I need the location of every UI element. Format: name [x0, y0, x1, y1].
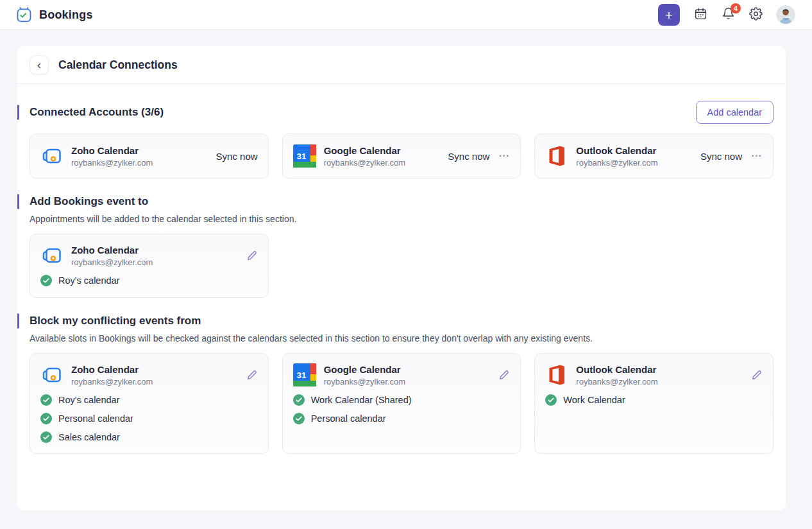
notifications-button[interactable]: 4	[721, 8, 735, 22]
add-calendar-button[interactable]: Add calendar	[696, 101, 774, 124]
brand: Bookings	[15, 6, 93, 24]
back-chevron-icon: ‹	[37, 58, 41, 71]
calendar-email: roybanks@zylker.com	[71, 257, 153, 267]
calendar-name: Outlook Calendar	[576, 364, 657, 375]
connected-account-card: Outlook Calendar roybanks@zylker.com Syn…	[534, 134, 774, 178]
edit-icon[interactable]	[498, 369, 510, 381]
check-icon	[293, 394, 305, 406]
block-events-calendar-card: Zoho Calendar roybanks@zylker.com Roy's …	[30, 353, 269, 454]
section-add-bookings-event: Add Bookings event to Appointments will …	[17, 195, 786, 298]
calendar-email: roybanks@zylker.com	[71, 158, 153, 168]
sync-now-link[interactable]: Sync now	[700, 151, 742, 162]
edit-icon[interactable]	[246, 250, 258, 261]
calendar-button[interactable]	[693, 8, 707, 22]
connected-account-card: Zoho Calendar roybanks@zylker.com Sync n…	[30, 134, 269, 178]
zoho-calendar-icon	[40, 144, 63, 168]
topbar-actions: + 4	[658, 4, 795, 26]
add-event-cards: Zoho Calendar roybanks@zylker.com Roy's …	[30, 234, 774, 298]
check-icon	[40, 394, 52, 406]
calendar-list-item: Roy's calendar	[40, 394, 258, 406]
more-menu-icon[interactable]: •••	[499, 153, 510, 159]
section-title-connected-accounts: Connected Accounts (3/6)	[30, 106, 164, 119]
section-description-block-conflicting-events: Available slots in Bookings will be chec…	[30, 333, 774, 343]
calendar-list-item-label: Work Calendar (Shared)	[311, 395, 412, 405]
check-icon	[40, 413, 52, 424]
section-connected-accounts: Connected Accounts (3/6) Add calendar Zo…	[17, 101, 786, 178]
page-title: Calendar Connections	[58, 58, 178, 72]
block-events-calendar-card: 31 Google Calendar roybanks@zylker.com W…	[282, 353, 521, 454]
calendar-list-item-label: Personal calendar	[311, 413, 386, 424]
app-title: Bookings	[39, 8, 93, 22]
sync-now-link[interactable]: Sync now	[448, 151, 489, 162]
block-events-calendar-card: Outlook Calendar roybanks@zylker.com Wor…	[534, 353, 774, 454]
calendar-name: Google Calendar	[324, 364, 405, 375]
sync-now-link[interactable]: Sync now	[216, 151, 258, 162]
check-icon	[40, 275, 52, 286]
calendar-name: Zoho Calendar	[71, 245, 153, 256]
add-event-calendar-card: Zoho Calendar roybanks@zylker.com Roy's …	[30, 234, 269, 298]
calendar-list-item: Personal calendar	[40, 413, 258, 424]
calendar-list-item-label: Roy's calendar	[58, 275, 119, 286]
calendar-list-item-label: Personal calendar	[58, 413, 133, 424]
zoho-calendar-icon	[40, 363, 63, 386]
calendar-name: Zoho Calendar	[71, 145, 153, 156]
calendar-list-item: Work Calendar (Shared)	[293, 394, 511, 406]
calendar-list-item: Work Calendar	[545, 394, 763, 406]
check-icon	[40, 431, 52, 443]
calendar-email: roybanks@zylker.com	[576, 158, 657, 168]
svg-text:31: 31	[296, 152, 307, 161]
calendar-email: roybanks@zylker.com	[324, 158, 405, 168]
section-title-add-bookings-event: Add Bookings event to	[30, 195, 774, 208]
plus-icon: +	[665, 8, 673, 22]
calendar-name: Zoho Calendar	[71, 364, 153, 375]
create-button[interactable]: +	[658, 4, 680, 26]
check-icon	[545, 394, 557, 406]
notification-badge: 4	[731, 3, 741, 13]
section-block-conflicting-events: Block my conflicting events from Availab…	[17, 315, 786, 454]
svg-text:31: 31	[296, 370, 307, 380]
calendar-list-item-label: Roy's calendar	[58, 395, 119, 405]
calendar-name: Google Calendar	[324, 145, 405, 156]
calendar-connections-panel: ‹ Calendar Connections Connected Account…	[17, 46, 786, 510]
user-avatar[interactable]	[776, 5, 795, 24]
zoho-calendar-icon	[40, 244, 63, 267]
calendar-list-item: Personal calendar	[293, 413, 511, 424]
calendar-email: roybanks@zylker.com	[71, 377, 153, 386]
calendar-email: roybanks@zylker.com	[324, 377, 405, 386]
edit-icon[interactable]	[751, 369, 763, 381]
google-calendar-icon: 31	[293, 363, 316, 386]
topbar: Bookings +	[0, 0, 812, 30]
calendar-list-item: Roy's calendar	[40, 275, 258, 286]
bookings-logo-icon	[15, 6, 33, 24]
gear-icon	[749, 7, 763, 22]
outlook-calendar-icon	[545, 144, 568, 168]
section-description-add-bookings-event: Appointments will be added to the calend…	[30, 214, 774, 224]
connected-accounts-cards: Zoho Calendar roybanks@zylker.com Sync n…	[30, 134, 774, 178]
edit-icon[interactable]	[246, 369, 258, 381]
more-menu-icon[interactable]: •••	[752, 153, 763, 159]
google-calendar-icon: 31	[293, 144, 316, 168]
check-icon	[293, 413, 305, 424]
block-events-cards: Zoho Calendar roybanks@zylker.com Roy's …	[30, 353, 774, 454]
panel-header: ‹ Calendar Connections	[17, 46, 786, 84]
outlook-calendar-icon	[545, 363, 568, 386]
calendar-email: roybanks@zylker.com	[576, 377, 657, 386]
back-button[interactable]: ‹	[30, 55, 49, 74]
calendar-icon	[694, 7, 707, 22]
calendar-list-item: Sales calendar	[40, 431, 258, 443]
calendar-name: Outlook Calendar	[576, 145, 657, 156]
calendar-list-item-label: Sales calendar	[58, 432, 120, 442]
section-title-block-conflicting-events: Block my conflicting events from	[30, 315, 774, 327]
calendar-list-item-label: Work Calendar	[563, 395, 625, 405]
settings-button[interactable]	[749, 8, 763, 22]
connected-account-card: 31 Google Calendar roybanks@zylker.com S…	[282, 134, 521, 178]
